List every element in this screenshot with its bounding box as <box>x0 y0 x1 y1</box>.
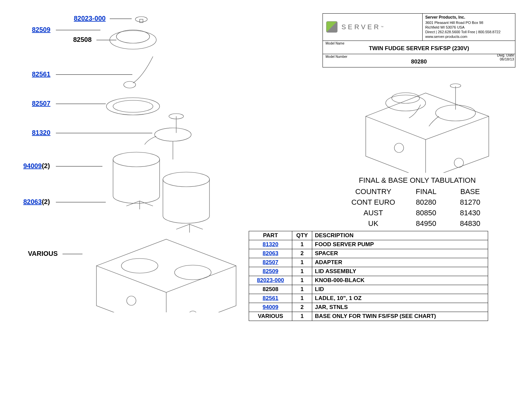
exploded-diagram <box>76 13 243 312</box>
tabulation-cell: 80850 <box>404 209 448 217</box>
svg-point-12 <box>163 172 209 187</box>
title-block: SERVER™ Server Products, Inc. 3601 Pleas… <box>323 13 515 67</box>
tabulation-cell: AUST <box>342 209 404 217</box>
desc-cell: FOOD SERVER PUMP <box>312 240 488 249</box>
svg-point-6 <box>113 100 153 112</box>
parts-table-body: 813201FOOD SERVER PUMP820632SPACER825071… <box>249 240 488 321</box>
callout-link-81320[interactable]: 81320 <box>32 129 51 136</box>
part-link-82509[interactable]: 82509 <box>263 268 278 274</box>
qty-cell: 1 <box>292 285 312 294</box>
logo-text: SERVER <box>341 23 381 31</box>
callout-suffix: (2) <box>42 162 50 169</box>
desc-cell: ADAPTER <box>312 258 488 267</box>
part-cell: 82023-000 <box>249 276 292 285</box>
table-row: VARIOUS1BASE ONLY FOR TWIN FS/FSP (SEE C… <box>249 312 488 321</box>
callout-suffix: (2) <box>42 198 50 205</box>
assembled-svg <box>356 66 499 173</box>
callout-VARIOUS: VARIOUS <box>28 250 58 257</box>
tabulation-cell: CONT EURO <box>342 198 404 207</box>
part-cell: 82509 <box>249 267 292 276</box>
desc-cell: LID ASSEMBLY <box>312 267 488 276</box>
model-name-label: Model Name <box>326 42 512 45</box>
svg-point-22 <box>394 143 404 153</box>
callout-link-94009[interactable]: 94009 <box>23 162 42 169</box>
part-cell: 81320 <box>249 240 292 249</box>
parts-table-header: DESCRIPTION <box>312 231 488 240</box>
dwg-date-block: Dwg. Date 06/18/13 <box>497 53 514 61</box>
company-phone: Direct | 262.628.5600 Toll Free | 800.55… <box>425 30 500 34</box>
part-link-94009[interactable]: 94009 <box>263 304 278 310</box>
callout-82063: 82063(2) <box>23 198 50 206</box>
company-addr2: Richfield WI 53076 USA <box>425 25 465 29</box>
svg-point-18 <box>392 93 420 103</box>
callout-link-82509[interactable]: 82509 <box>32 26 51 33</box>
table-row: 825081LID <box>249 285 488 294</box>
logo-cell: SERVER™ <box>323 14 423 41</box>
table-row: 820632SPACER <box>249 249 488 258</box>
tabulation-header: COUNTRY <box>342 187 404 196</box>
desc-cell: LADLE, 10", 1 OZ <box>312 294 488 303</box>
tabulation-block: FINAL & BASE ONLY TABULATION COUNTRYFINA… <box>342 176 492 228</box>
part-cell: 82561 <box>249 294 292 303</box>
desc-cell: KNOB-000-BLACK <box>312 276 488 285</box>
svg-point-16 <box>188 311 198 312</box>
callout-link-82063[interactable]: 82063 <box>23 198 42 205</box>
qty-cell: 1 <box>292 312 312 321</box>
svg-point-14 <box>175 265 211 280</box>
company-addr1: 3601 Pleasant Hill Road PO Box 98 <box>425 21 483 25</box>
callout-82507: 82507 <box>32 100 51 107</box>
desc-cell: JAR, STNLS <box>312 303 488 312</box>
qty-cell: 1 <box>292 267 312 276</box>
model-number: 80280 <box>326 58 512 65</box>
table-row: 82023-0001KNOB-000-BLACK <box>249 276 488 285</box>
desc-cell: SPACER <box>312 249 488 258</box>
table-row: 825091LID ASSEMBLY <box>249 267 488 276</box>
callout-81320: 81320 <box>32 129 51 137</box>
model-name: TWIN FUDGE SERVER FS/FSP (230V) <box>326 45 512 52</box>
parts-table-header-row: PARTQTYDESCRIPTION <box>249 231 488 240</box>
part-link-82561[interactable]: 82561 <box>263 295 278 301</box>
part-cell: VARIOUS <box>249 312 292 321</box>
tabulation-cell: 81430 <box>448 209 492 217</box>
callout-link-82561[interactable]: 82561 <box>32 70 51 78</box>
table-row: 813201FOOD SERVER PUMP <box>249 240 488 249</box>
part-link-82023-000[interactable]: 82023-000 <box>257 277 284 283</box>
part-link-82063[interactable]: 82063 <box>263 250 278 257</box>
server-logo-icon <box>326 21 337 33</box>
part-link-81320[interactable]: 81320 <box>263 241 278 248</box>
svg-point-4 <box>124 81 136 88</box>
part-link-82507[interactable]: 82507 <box>263 259 278 265</box>
callout-94009: 94009(2) <box>23 162 50 170</box>
parts-table-header: PART <box>249 231 292 240</box>
part-cell: 82063 <box>249 249 292 258</box>
svg-point-15 <box>127 296 136 305</box>
qty-cell: 1 <box>292 294 312 303</box>
part-cell: 82507 <box>249 258 292 267</box>
callout-link-82507[interactable]: 82507 <box>32 100 51 107</box>
company-info: Server Products, Inc. 3601 Pleasant Hill… <box>423 14 515 41</box>
callout-82561: 82561 <box>32 70 51 78</box>
parts-table: PARTQTYDESCRIPTION 813201FOOD SERVER PUM… <box>249 231 488 321</box>
parts-table-header: QTY <box>292 231 312 240</box>
tabulation-header: BASE <box>448 187 492 196</box>
tabulation-cell: 84830 <box>448 219 492 228</box>
svg-point-2 <box>110 31 156 49</box>
table-row: 825071ADAPTER <box>249 258 488 267</box>
dwg-date: 06/18/13 <box>500 57 514 61</box>
tabulation-cell: 84950 <box>404 219 448 228</box>
qty-cell: 1 <box>292 276 312 285</box>
tabulation-title: FINAL & BASE ONLY TABULATION <box>342 176 492 185</box>
svg-point-11 <box>113 152 160 167</box>
callout-82509: 82509 <box>32 26 51 34</box>
svg-point-23 <box>454 158 464 167</box>
table-row: 825611LADLE, 10", 1 OZ <box>249 294 488 303</box>
model-number-label: Model Number <box>326 55 512 58</box>
dwg-date-label: Dwg. Date <box>497 53 514 57</box>
qty-cell: 1 <box>292 258 312 267</box>
assembled-diagram <box>356 66 499 173</box>
part-cell: 94009 <box>249 303 292 312</box>
tabulation-header: FINAL <box>404 187 448 196</box>
desc-cell: BASE ONLY FOR TWIN FS/FSP (SEE CHART) <box>312 312 488 321</box>
tabulation-cell: 80280 <box>404 198 448 207</box>
table-row: 940092JAR, STNLS <box>249 303 488 312</box>
